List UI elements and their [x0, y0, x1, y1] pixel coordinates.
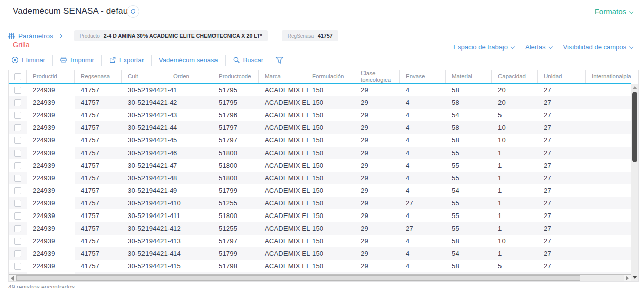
column-header-material[interactable]: Material	[446, 70, 492, 83]
cell-envase: 4	[400, 172, 446, 184]
table-row[interactable]: 2249394175730-52194421-41451799ACADEMIX …	[9, 247, 631, 260]
vertical-scrollbar-thumb[interactable]	[632, 92, 637, 162]
cell-unidad: 27	[538, 96, 586, 109]
cell-productcode: 51800	[212, 209, 259, 222]
column-header-capacidad[interactable]: Capacidad	[492, 70, 538, 83]
row-checkbox[interactable]	[14, 162, 21, 169]
cell-envase: 4	[400, 209, 446, 222]
cell-cuit: 30-52194421-4	[122, 235, 167, 247]
table-row[interactable]: 2249394175730-52194421-4951799ACADEMIX E…	[9, 184, 631, 197]
table-row[interactable]: 2249394175730-52194421-4351796ACADEMIX E…	[9, 109, 631, 121]
cell-material: 55	[446, 209, 492, 222]
column-header-regsenasa[interactable]: Regsenasa	[75, 70, 122, 83]
cell-internationalplar	[586, 121, 631, 134]
filter-chip-producto[interactable]: Producto 2-4 D AMINA 30% ACADEMIC ELITE …	[74, 30, 268, 41]
imprimir-button[interactable]: Imprimir	[53, 56, 101, 64]
cell-capacidad: 1	[492, 247, 538, 260]
link-label: Espacio de trabajo	[453, 43, 508, 51]
column-header-unidad[interactable]: Unidad	[538, 70, 586, 83]
table-row[interactable]: 2249394175730-52194421-41351797ACADEMIX …	[9, 235, 631, 247]
table-row[interactable]: 2249394175730-52194421-4551797ACADEMIX E…	[9, 134, 631, 147]
cell-marca: ACADEMIX EL	[259, 96, 306, 109]
filter-chip-regsenasa[interactable]: RegSenasa 41757	[282, 30, 338, 41]
table-row[interactable]: 2249394175730-52194421-4651800ACADEMIX E…	[9, 147, 631, 159]
table-row[interactable]: 2249394175730-52194421-4151795ACADEMIX E…	[9, 84, 631, 96]
cell-internationalplar	[586, 197, 631, 209]
column-header-productid[interactable]: Productid	[27, 70, 75, 83]
row-checkbox[interactable]	[14, 99, 21, 106]
alertas-dropdown[interactable]: Alertas	[525, 43, 552, 51]
table-row[interactable]: 2249394175730-52194421-41151800ACADEMIX …	[9, 209, 631, 222]
cell-clase-toxicologica: 29	[354, 172, 400, 184]
row-checkbox[interactable]	[14, 238, 21, 245]
parametros-label: Parámetros	[18, 32, 53, 40]
row-checkbox[interactable]	[14, 200, 21, 207]
cell-orden: 7	[167, 159, 212, 172]
column-header-productcode[interactable]: Productcode	[212, 70, 259, 83]
parametros-toggle[interactable]: Parámetros	[8, 32, 62, 40]
cell-cuit: 30-52194421-4	[122, 134, 167, 147]
row-checkbox[interactable]	[14, 187, 21, 194]
eliminar-button[interactable]: Eliminar	[8, 56, 52, 64]
table-row[interactable]: 2249394175730-52194421-4751800ACADEMIX E…	[9, 159, 631, 172]
scroll-down-button[interactable]	[631, 274, 638, 280]
scroll-right-button[interactable]	[624, 275, 631, 281]
espacio-de-trabajo-dropdown[interactable]: Espacio de trabajo	[453, 43, 514, 51]
column-header-clase-toxicologica[interactable]: Clase toxicologica	[354, 70, 400, 83]
data-grid: ProductidRegsenasaCuitOrdenProductcodeMa…	[8, 70, 639, 282]
row-select-cell	[9, 235, 27, 247]
formatos-dropdown[interactable]: Formatos	[595, 7, 633, 16]
vademecum-senasa-button[interactable]: Vademécum senasa	[152, 56, 225, 64]
table-row[interactable]: 2249394175730-52194421-41051255ACADEMIX …	[9, 197, 631, 209]
table-row[interactable]: 2249394175730-52194421-41251255ACADEMIX …	[9, 222, 631, 235]
table-row[interactable]: 2249394175730-52194421-4251795ACADEMIX E…	[9, 96, 631, 109]
exportar-button[interactable]: Exportar	[102, 56, 151, 64]
row-checkbox[interactable]	[14, 250, 21, 257]
table-row[interactable]: 2249394175730-52194421-4851800ACADEMIX E…	[9, 172, 631, 184]
row-checkbox[interactable]	[14, 263, 21, 270]
table-row[interactable]: 2249394175730-52194421-41551798ACADEMIX …	[9, 260, 631, 272]
row-checkbox[interactable]	[14, 137, 21, 144]
row-checkbox[interactable]	[14, 112, 21, 119]
column-header-envase[interactable]: Envase	[400, 70, 446, 83]
select-all-checkbox[interactable]	[14, 73, 21, 80]
filter-icon[interactable]	[270, 56, 286, 64]
cell-material: 58	[446, 134, 492, 147]
column-header-internationalplar[interactable]: Internationalplar	[586, 70, 631, 83]
row-select-cell	[9, 172, 27, 184]
row-checkbox[interactable]	[14, 212, 21, 220]
cell-productcode: 51797	[212, 134, 259, 147]
link-label: Visibilidad de campos	[563, 43, 627, 51]
column-header-cuit[interactable]: Cuit	[122, 70, 167, 83]
cell-productid: 224939	[27, 134, 75, 147]
cell-formulacion: 150	[306, 84, 354, 96]
row-checkbox[interactable]	[14, 175, 21, 182]
cell-clase-toxicologica: 29	[354, 247, 400, 260]
table-row[interactable]: 2249394175730-52194421-4451797ACADEMIX E…	[9, 121, 631, 134]
visibilidad-de-campos-dropdown[interactable]: Visibilidad de campos	[563, 43, 633, 51]
buscar-button[interactable]: Buscar	[226, 56, 270, 64]
horizontal-scrollbar-thumb[interactable]	[16, 275, 580, 281]
column-header-formulacion[interactable]: Formulación	[306, 70, 354, 83]
cell-clase-toxicologica: 29	[354, 235, 400, 247]
scroll-up-button[interactable]	[631, 85, 638, 91]
row-checkbox[interactable]	[14, 225, 21, 232]
row-checkbox[interactable]	[14, 87, 21, 94]
horizontal-scrollbar[interactable]	[9, 274, 631, 281]
row-checkbox[interactable]	[14, 150, 21, 157]
row-select-cell	[9, 96, 27, 109]
export-icon	[109, 56, 116, 64]
cell-internationalplar	[586, 134, 631, 147]
cell-capacidad: 1	[492, 197, 538, 209]
cell-capacidad: 1	[492, 159, 538, 172]
cell-regsenasa: 41757	[75, 184, 122, 197]
vertical-scrollbar[interactable]	[631, 84, 638, 281]
eliminar-label: Eliminar	[22, 56, 45, 64]
scroll-left-button[interactable]	[9, 275, 16, 281]
chip-label: Producto	[80, 33, 100, 39]
cell-regsenasa: 41757	[75, 260, 122, 272]
column-header-orden[interactable]: Orden	[167, 70, 212, 83]
column-header-marca[interactable]: Marca	[259, 70, 306, 83]
row-checkbox[interactable]	[14, 124, 21, 131]
refresh-button[interactable]	[127, 5, 139, 18]
